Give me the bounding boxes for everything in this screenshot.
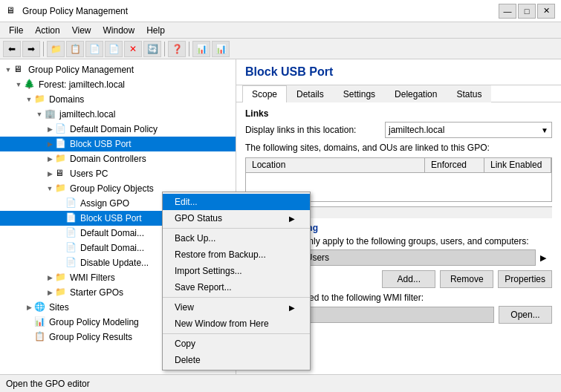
tree-block-usb-gpo-label: Block USB Port [80, 213, 142, 223]
tree-root[interactable]: ▼ 🖥 Group Policy Management [0, 62, 236, 77]
icon-root: 🖥 [13, 64, 25, 76]
expand-assign-gpo [55, 198, 65, 209]
tab-status[interactable]: Status [447, 85, 491, 102]
context-edit[interactable]: Edit... [163, 194, 310, 210]
icon-domain-controllers: 📁 [55, 153, 67, 165]
col-link-enabled: Link Enabled [484, 158, 551, 172]
expand-block-usb-gpo [55, 213, 65, 223]
table-header-row: Location Enforced Link Enabled [246, 158, 551, 173]
gpo-title: Block USB Port [245, 65, 552, 79]
links-description: The following sites, domains, and OUs ar… [245, 143, 552, 153]
toolbar-btn2[interactable]: 📋 [66, 41, 84, 57]
toolbar-sep-2 [164, 42, 165, 56]
context-import[interactable]: Import Settings... [163, 263, 310, 279]
toolbar-btn3[interactable]: 📄 [85, 41, 103, 57]
toolbar-forward[interactable]: ➡ [22, 41, 40, 57]
context-backup[interactable]: Back Up... [163, 230, 310, 246]
maximize-button[interactable]: □ [518, 4, 536, 19]
expand-wmi: ▶ [45, 272, 55, 283]
menu-help[interactable]: Help [140, 24, 171, 37]
tree-block-usb[interactable]: ▶ 📄 Block USB Port [0, 137, 236, 151]
gpo-status-arrow-icon: ▶ [289, 215, 295, 223]
context-copy-label: Copy [175, 339, 195, 349]
toolbar-help[interactable]: ❓ [168, 41, 186, 57]
context-restore-label: Restore from Backup... [175, 249, 266, 260]
tab-scope[interactable]: Scope [242, 85, 287, 102]
menu-file[interactable]: File [3, 24, 29, 37]
context-import-label: Import Settings... [175, 266, 242, 276]
context-delete[interactable]: Delete [163, 352, 310, 368]
icon-sites: 🌐 [34, 301, 46, 313]
expand-gp-modeling [24, 317, 34, 327]
tree-jamiltech-label: jamiltech.local [59, 109, 115, 120]
location-select-value: jamiltech.local [389, 125, 444, 135]
tree-jamiltech[interactable]: ▼ 🏢 jamiltech.local [0, 107, 236, 122]
context-new-window-label: New Window from Here [175, 318, 269, 329]
context-sep-3 [163, 333, 310, 334]
menu-view[interactable]: View [66, 24, 97, 37]
context-gpo-status[interactable]: GPO Status ▶ [163, 210, 310, 226]
tree-starter-gpos-label: Starter GPOs [70, 287, 123, 298]
icon-jamiltech: 🏢 [45, 108, 56, 120]
select-arrow-icon: ▼ [541, 126, 548, 134]
icon-default-1: 📄 [65, 227, 77, 239]
toolbar-up[interactable]: 📁 [47, 41, 65, 57]
expand-block-usb: ▶ [45, 139, 55, 149]
context-view-label: View [175, 302, 194, 313]
tab-settings[interactable]: Settings [334, 85, 385, 102]
tree-domain-controllers-label: Domain Controllers [70, 154, 146, 164]
expand-gpo: ▼ [45, 183, 55, 194]
expand-default-2 [55, 243, 65, 253]
expand-disable-update [55, 258, 65, 268]
icon-users-pc: 🖥 [55, 168, 67, 180]
toolbar-btn5[interactable]: 🔄 [143, 41, 161, 57]
icon-gp-modeling: 📊 [34, 316, 46, 328]
tree-default-domain-label: Default Domain Policy [70, 124, 158, 134]
tree-users-pc[interactable]: ▶ 🖥 Users PC [0, 166, 236, 181]
remove-button[interactable]: Remove [440, 270, 493, 288]
toolbar-btn4[interactable]: 📄 [105, 41, 123, 57]
menu-action[interactable]: Action [29, 24, 65, 37]
add-button[interactable]: Add... [382, 270, 435, 288]
context-sep-2 [163, 297, 310, 298]
tree-domains[interactable]: ▼ 📁 Domains [0, 92, 236, 107]
tree-wmi-label: WMI Filters [70, 272, 115, 283]
tree-default-domain[interactable]: ▶ 📄 Default Domain Policy [0, 122, 236, 137]
expand-starter-gpos: ▶ [45, 287, 55, 298]
tree-forest[interactable]: ▼ 🌲 Forest: jamiltech.local [0, 77, 236, 92]
links-section-label: Links [245, 108, 552, 119]
tree-root-label: Group Policy Management [28, 65, 134, 75]
context-save-report[interactable]: Save Report... [163, 279, 310, 295]
title-bar-buttons: — □ ✕ [499, 4, 555, 19]
open-button[interactable]: Open... [499, 306, 552, 324]
minimize-button[interactable]: — [499, 4, 516, 19]
icon-wmi: 📁 [55, 272, 67, 284]
tree-block-usb-label: Block USB Port [70, 139, 132, 149]
context-restore[interactable]: Restore from Backup... [163, 246, 310, 263]
scroll-right-arrow[interactable]: ▶ [540, 253, 552, 263]
toolbar-btn6[interactable]: 📊 [192, 41, 210, 57]
tab-delegation[interactable]: Delegation [385, 85, 447, 102]
toolbar-btn7[interactable]: 📊 [212, 41, 230, 57]
context-view[interactable]: View ▶ [163, 299, 310, 316]
expand-jamiltech: ▼ [34, 109, 45, 120]
context-new-window[interactable]: New Window from Here [163, 316, 310, 332]
menu-window[interactable]: Window [97, 24, 141, 37]
toolbar-delete[interactable]: ✕ [124, 41, 142, 57]
icon-domains: 📁 [34, 94, 46, 105]
tree-domain-controllers[interactable]: ▶ 📁 Domain Controllers [0, 151, 236, 166]
tree-disable-update-label: Disable Update... [80, 258, 149, 268]
tree-gp-results-label: Group Policy Results [49, 332, 132, 342]
expand-default-1 [55, 228, 65, 238]
expand-default-domain: ▶ [45, 124, 55, 134]
context-copy[interactable]: Copy [163, 336, 310, 352]
close-button[interactable]: ✕ [537, 4, 555, 19]
tree-assign-gpo-label: Assign GPO [80, 198, 129, 209]
location-select[interactable]: jamiltech.local ▼ [385, 122, 552, 138]
icon-gp-results: 📋 [34, 331, 46, 343]
toolbar-back[interactable]: ⬅ [3, 41, 21, 57]
menu-bar: File Action View Window Help [0, 22, 561, 39]
tab-details[interactable]: Details [287, 85, 334, 102]
view-arrow-icon: ▶ [289, 304, 295, 312]
properties-button[interactable]: Properties [498, 270, 552, 288]
